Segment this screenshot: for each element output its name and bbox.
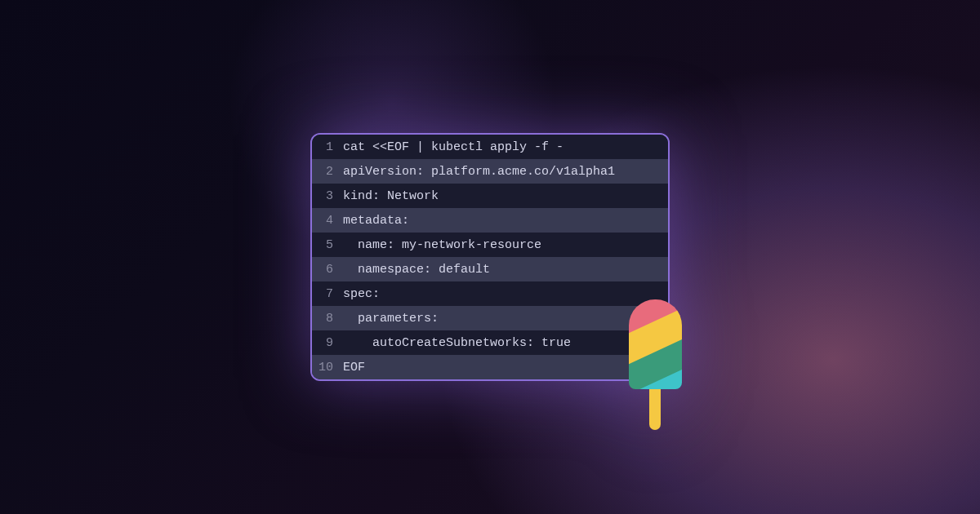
code-line: 7 spec:	[312, 281, 668, 306]
popsicle-stick	[649, 389, 661, 430]
code-block-wrapper: 1 cat <<EOF | kubectl apply -f - 2 apiVe…	[310, 133, 670, 381]
line-number: 5	[312, 238, 343, 252]
line-content: parameters:	[343, 312, 455, 326]
line-content: apiVersion: platform.acme.co/v1alpha1	[343, 165, 631, 179]
code-line: 3 kind: Network	[312, 184, 668, 208]
code-line: 5 name: my-network-resource	[312, 233, 668, 257]
line-content: namespace: default	[343, 263, 506, 277]
line-number: 10	[312, 361, 343, 374]
line-content: autoCreateSubnetworks: true	[343, 336, 587, 350]
line-content: kind: Network	[343, 189, 455, 203]
line-content: cat <<EOF | kubectl apply -f -	[343, 140, 580, 154]
line-content: metadata:	[343, 214, 425, 228]
code-line: 4 metadata:	[312, 208, 668, 233]
line-number: 7	[312, 287, 343, 301]
line-content: name: my-network-resource	[343, 238, 558, 252]
code-line: 9 autoCreateSubnetworks: true	[312, 330, 668, 355]
line-number: 9	[312, 336, 343, 350]
popsicle-icon	[629, 299, 694, 446]
code-line: 2 apiVersion: platform.acme.co/v1alpha1	[312, 159, 668, 184]
line-content: EOF	[343, 361, 381, 374]
line-number: 3	[312, 189, 343, 203]
line-number: 2	[312, 165, 343, 179]
code-block: 1 cat <<EOF | kubectl apply -f - 2 apiVe…	[310, 133, 670, 381]
line-number: 4	[312, 214, 343, 228]
popsicle-body	[629, 299, 682, 389]
code-line: 8 parameters:	[312, 306, 668, 330]
code-line: 6 namespace: default	[312, 257, 668, 281]
line-number: 1	[312, 140, 343, 154]
line-number: 6	[312, 263, 343, 277]
code-line: 1 cat <<EOF | kubectl apply -f -	[312, 135, 668, 159]
line-number: 8	[312, 312, 343, 326]
code-line: 10 EOF	[312, 355, 668, 379]
line-content: spec:	[343, 287, 396, 301]
